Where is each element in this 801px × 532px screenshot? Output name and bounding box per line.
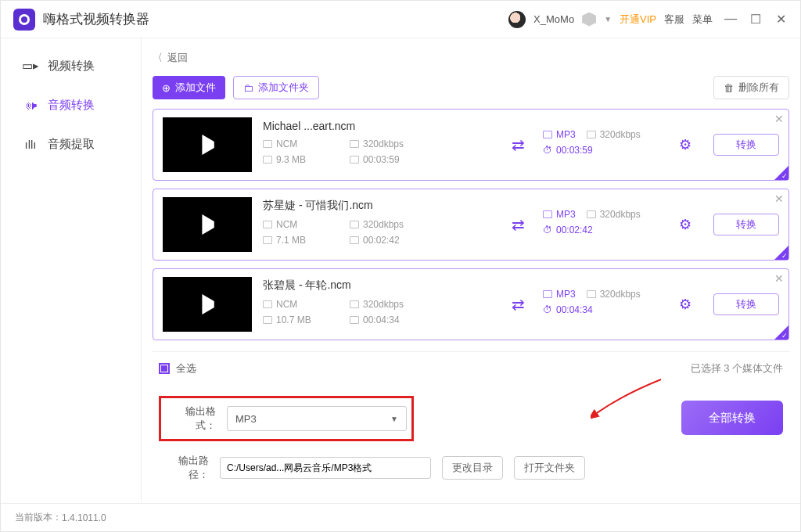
highlight-box: 输出格式： MP3 ▼	[159, 396, 414, 441]
clock-icon: ⏱	[543, 145, 552, 156]
file-card: 张碧晨 - 年轮.ncm NCM 320dkbps 10.7 MB 00:04:…	[153, 268, 789, 340]
user-area: X_MoMo ▼ 开通VIP 客服 菜单	[508, 11, 713, 28]
select-all-label: 全选	[176, 361, 196, 376]
format-icon	[263, 221, 272, 228]
output-path-input[interactable]	[220, 457, 431, 479]
clock-icon	[350, 316, 359, 324]
menu-link[interactable]: 菜单	[692, 13, 713, 27]
file-list: Michael ...eart.ncm NCM 320dkbps 9.3 MB …	[153, 109, 789, 348]
format-icon	[543, 210, 552, 218]
bitrate-icon	[350, 221, 359, 228]
play-icon	[199, 135, 216, 155]
sidebar-item-audio-convert[interactable]: 🕪 音频转换	[1, 85, 141, 124]
bottom-panel: 全选 已选择 3 个媒体文件 输出格式： MP3 ▼ 全部转换 输出路径：	[153, 351, 789, 482]
convert-all-button[interactable]: 全部转换	[681, 401, 783, 435]
chevron-down-icon: ▼	[390, 415, 398, 423]
play-icon	[199, 294, 216, 315]
avatar[interactable]	[508, 11, 526, 28]
file-card: Michael ...eart.ncm NCM 320dkbps 9.3 MB …	[153, 109, 789, 181]
minimize-button[interactable]: —	[724, 12, 738, 27]
open-folder-button[interactable]: 打开文件夹	[514, 456, 585, 480]
back-link[interactable]: 〈 返回	[153, 46, 789, 70]
audio-icon: 🕪	[23, 99, 38, 111]
file-thumbnail[interactable]	[163, 197, 252, 252]
sidebar-item-video-convert[interactable]: ▭▸ 视频转换	[1, 46, 141, 85]
chevron-down-icon[interactable]: ▼	[604, 15, 612, 23]
clock-icon	[350, 156, 359, 164]
selected-check-icon	[774, 166, 788, 180]
output-format-label: 输出格式：	[166, 404, 216, 433]
add-file-button[interactable]: ⊕ 添加文件	[153, 76, 225, 99]
video-icon: ▭▸	[23, 59, 38, 72]
plus-circle-icon: ⊕	[162, 82, 171, 94]
file-name: 苏星婕 - 可惜我们.ncm	[263, 199, 501, 213]
size-icon	[263, 156, 272, 164]
close-icon[interactable]: ✕	[774, 192, 784, 205]
selected-count: 已选择 3 个媒体文件	[691, 361, 783, 376]
username: X_MoMo	[533, 13, 574, 25]
delete-all-button[interactable]: 🗑 删除所有	[713, 76, 789, 99]
bitrate-icon	[350, 300, 359, 308]
settings-gear-icon[interactable]: ⚙	[679, 216, 702, 233]
file-name: 张碧晨 - 年轮.ncm	[263, 279, 501, 293]
bitrate-icon	[587, 210, 596, 218]
bitrate-icon	[587, 290, 596, 298]
bitrate-icon	[587, 131, 596, 138]
action-row: ⊕ 添加文件 🗀 添加文件夹 🗑 删除所有	[153, 73, 789, 102]
clock-icon	[350, 236, 359, 244]
format-icon	[263, 140, 272, 148]
convert-button[interactable]: 转换	[713, 293, 779, 315]
support-link[interactable]: 客服	[664, 13, 684, 27]
size-icon	[263, 316, 272, 324]
sidebar-item-label: 音频转换	[48, 98, 95, 113]
size-icon	[263, 236, 272, 244]
maximize-button[interactable]: ☐	[749, 12, 763, 27]
format-icon	[543, 290, 552, 298]
sidebar: ▭▸ 视频转换 🕪 音频转换 ıllı 音频提取	[1, 38, 142, 501]
app-title: 嗨格式视频转换器	[43, 10, 508, 28]
settings-gear-icon[interactable]: ⚙	[679, 136, 702, 153]
shuffle-icon: ⇄	[512, 295, 532, 314]
close-icon[interactable]: ✕	[774, 272, 784, 285]
app-logo-icon	[13, 9, 35, 31]
file-card: 苏星婕 - 可惜我们.ncm NCM 320dkbps 7.1 MB 00:02…	[153, 189, 789, 261]
close-button[interactable]: ✕	[774, 12, 788, 27]
window-controls: — ☐ ✕	[724, 12, 788, 27]
version: 1.4.1011.0	[62, 512, 106, 523]
selected-check-icon	[774, 246, 788, 260]
content: 〈 返回 ⊕ 添加文件 🗀 添加文件夹 🗑 删除所有 Michael ...ea…	[142, 38, 800, 501]
vip-link[interactable]: 开通VIP	[620, 13, 656, 27]
change-dir-button[interactable]: 更改目录	[442, 456, 503, 480]
sidebar-item-label: 音频提取	[48, 137, 95, 152]
main: ▭▸ 视频转换 🕪 音频转换 ıllı 音频提取 〈 返回 ⊕ 添加文件 🗀 添…	[1, 38, 800, 501]
add-folder-button[interactable]: 🗀 添加文件夹	[233, 76, 319, 99]
selected-check-icon	[774, 325, 788, 340]
sidebar-item-label: 视频转换	[48, 59, 95, 74]
format-icon	[263, 300, 272, 308]
file-name: Michael ...eart.ncm	[263, 120, 501, 132]
footer: 当前版本： 1.4.1011.0	[1, 503, 800, 531]
close-icon[interactable]: ✕	[774, 113, 784, 125]
sidebar-item-audio-extract[interactable]: ıllı 音频提取	[1, 124, 141, 164]
bitrate-icon	[350, 140, 359, 148]
play-icon	[199, 214, 216, 235]
select-all-checkbox[interactable]	[159, 363, 170, 374]
vip-badge-icon	[582, 13, 596, 27]
titlebar: 嗨格式视频转换器 X_MoMo ▼ 开通VIP 客服 菜单 — ☐ ✕	[1, 1, 800, 38]
output-format-select[interactable]: MP3 ▼	[227, 406, 407, 431]
waveform-icon: ıllı	[23, 138, 38, 150]
shuffle-icon: ⇄	[512, 215, 532, 234]
settings-gear-icon[interactable]: ⚙	[679, 296, 702, 313]
shuffle-icon: ⇄	[512, 135, 532, 154]
file-thumbnail[interactable]	[163, 117, 252, 172]
file-thumbnail[interactable]	[163, 277, 252, 332]
clock-icon: ⏱	[543, 304, 552, 315]
convert-button[interactable]: 转换	[713, 134, 779, 156]
convert-button[interactable]: 转换	[713, 214, 779, 235]
version-label: 当前版本：	[15, 511, 62, 524]
clock-icon: ⏱	[543, 225, 552, 235]
format-icon	[543, 131, 552, 138]
folder-icon: 🗀	[243, 82, 253, 94]
output-path-label: 输出路径：	[159, 454, 209, 482]
trash-icon: 🗑	[724, 82, 734, 94]
